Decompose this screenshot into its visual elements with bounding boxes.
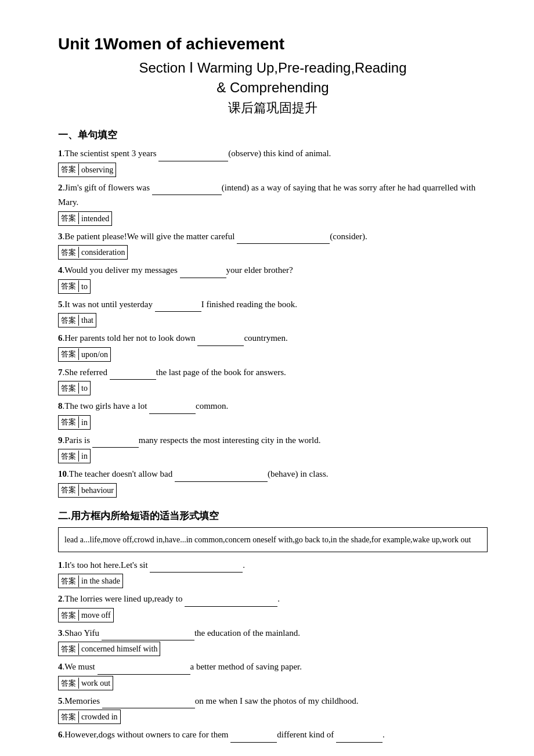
s2-answer-4: 答案work out xyxy=(58,675,488,694)
s2-question-4: 4.We must a better method of saving pape… xyxy=(58,660,488,675)
answer-2: 答案intended xyxy=(58,211,488,229)
question-10: 10.The teacher doesn't allow bad (behave… xyxy=(58,467,488,482)
s2-question-1: 1.It's too hot here.Let's sit . xyxy=(58,558,488,573)
answer-1: 答案observing xyxy=(58,162,488,181)
question-7: 7.She referred the last page of the book… xyxy=(58,365,488,380)
s2-question-6: 6.However,dogs without owners to care fo… xyxy=(58,728,488,743)
question-9: 9.Paris is many respects the most intere… xyxy=(58,433,488,448)
answer-5: 答案that xyxy=(58,312,488,331)
question-6: 6.Her parents told her not to look down … xyxy=(58,331,488,346)
question-2: 2.Jim's gift of flowers was (intend) as … xyxy=(58,181,488,210)
answer-7: 答案to xyxy=(58,380,488,399)
answer-4: 答案to xyxy=(58,279,488,297)
vocab-box: lead a...life,move off,crowd in,have...i… xyxy=(58,527,488,552)
question-8: 8.The two girls have a lot common. xyxy=(58,399,488,414)
question-4: 4.Would you deliver my messages your eld… xyxy=(58,263,488,278)
question-1: 1.The scientist spent 3 years (observe) … xyxy=(58,146,488,161)
s2-question-2: 2.The lorries were lined up,ready to . xyxy=(58,592,488,607)
chinese-title: 课后篇巩固提升 xyxy=(58,99,488,117)
s2-answer-1: 答案in the shade xyxy=(58,573,488,592)
s2-answer-3: 答案concerned himself with xyxy=(58,641,488,660)
s2-answer-2: 答案move off xyxy=(58,607,488,626)
main-title: Unit 1Women of achievement xyxy=(58,35,488,53)
answer-9: 答案in xyxy=(58,448,488,467)
answer-6: 答案upon/on xyxy=(58,347,488,365)
section2-header: 二.用方框内所给短语的适当形式填空 xyxy=(58,509,488,523)
answer-10: 答案behaviour xyxy=(58,483,488,501)
s2-question-3: 3.Shao Yifu the education of the mainlan… xyxy=(58,626,488,641)
s2-answer-5: 答案crowded in xyxy=(58,709,488,728)
s2-question-5: 5.Memories on me when I saw the photos o… xyxy=(58,694,488,709)
question-3: 3.Be patient please!We will give the mat… xyxy=(58,229,488,244)
section1-header: 一、单句填空 xyxy=(58,128,488,142)
answer-3: 答案consideration xyxy=(58,244,488,263)
answer-8: 答案in xyxy=(58,415,488,433)
question-5: 5.It was not until yesterday I finished … xyxy=(58,297,488,312)
sub-title: Section Ⅰ Warming Up,Pre-reading,Reading… xyxy=(58,58,488,97)
